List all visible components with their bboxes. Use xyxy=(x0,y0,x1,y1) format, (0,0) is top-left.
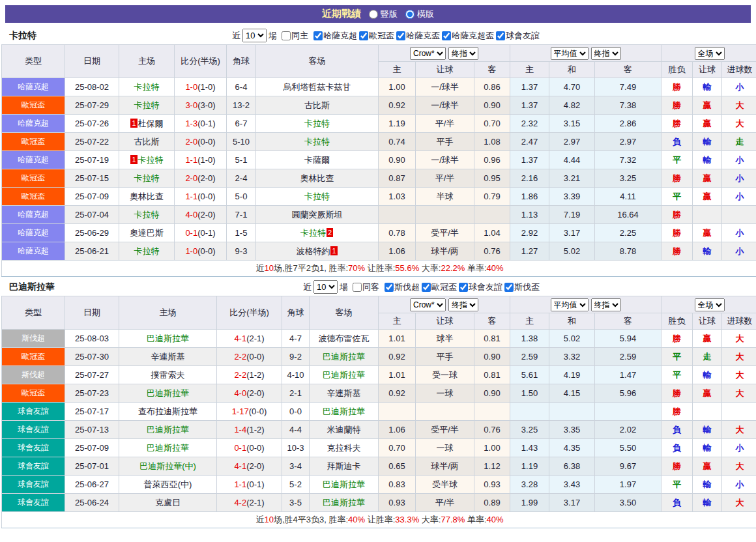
avg-draw-odds xyxy=(549,403,595,421)
league-checkbox[interactable] xyxy=(504,283,514,292)
odds-home: 1.01 xyxy=(379,330,416,348)
same-venue-filter[interactable]: 同客 xyxy=(353,281,379,293)
average-select[interactable]: 平均值 xyxy=(551,298,589,311)
odds-stage-select[interactable]: 终指 xyxy=(448,298,478,311)
league-checkbox[interactable] xyxy=(496,31,505,40)
same-venue-filter[interactable]: 同主 xyxy=(282,30,308,42)
page-title: 近期戰績 xyxy=(322,8,361,20)
odds-company-select[interactable]: Crow* xyxy=(410,298,446,311)
avg-home-odds: 2.16 xyxy=(510,169,549,188)
fulltime-score: 1-17 xyxy=(232,406,249,416)
avg-draw-odds: 3.43 xyxy=(549,476,595,494)
avg-home-odds: 1.19 xyxy=(510,457,549,476)
scope-select[interactable]: 全场 xyxy=(695,47,725,60)
halftime-score: (2-0) xyxy=(197,173,215,183)
away-team: 拜斯迪卡 xyxy=(310,457,379,476)
same-venue-checkbox[interactable] xyxy=(282,31,291,40)
same-venue-checkbox[interactable] xyxy=(353,283,362,292)
horizontal-radio[interactable] xyxy=(405,10,414,19)
average-select[interactable]: 平均值 xyxy=(551,47,589,60)
layout-radio-vertical[interactable]: 豎版 xyxy=(369,8,398,20)
league-filter-球會友誼[interactable]: 球會友誼 xyxy=(459,281,502,293)
table-row: 斯伐超25-07-27撲雷索夫2-2(1-2)4-10巴迪斯拉華1.01受一球0… xyxy=(2,366,756,384)
corner-score: 4-4 xyxy=(282,421,310,439)
fulltime-score: 3-0 xyxy=(185,100,197,110)
league-filter-哈薩克超盃[interactable]: 哈薩克超盃 xyxy=(442,30,494,42)
result-outcome: 勝 xyxy=(662,169,693,188)
match-date: 25-06-27 xyxy=(65,476,119,494)
fulltime-score: 1-1 xyxy=(234,479,246,489)
match-score: 1-0(0-0) xyxy=(175,242,227,261)
league-badge: 哈薩克超 xyxy=(2,224,65,242)
away-team-name: 烏利塔哲茲卡茲甘 xyxy=(284,82,351,92)
away-team-name: 波格特約 xyxy=(296,246,330,256)
halftime-score: (0-0) xyxy=(197,192,215,201)
home-team: 奧林比查 xyxy=(119,188,175,206)
column-header: 角球 xyxy=(282,296,310,330)
result-goals xyxy=(722,403,756,421)
away-team-name: 卡薩爾 xyxy=(304,155,330,165)
away-team: 克拉科夫 xyxy=(310,439,379,457)
away-team-name: 卡拉特 xyxy=(300,228,326,238)
avg-draw-odds: 2.97 xyxy=(549,133,595,151)
match-date: 25-08-02 xyxy=(65,78,119,96)
same-venue-label: 同客 xyxy=(362,281,379,293)
corner-score: 5-1 xyxy=(227,151,256,169)
home-team-name: 巴迪斯拉華(中) xyxy=(139,461,196,471)
games-count-select[interactable]: 10 xyxy=(242,29,267,42)
scope-select[interactable]: 全场 xyxy=(695,298,725,311)
league-filter-斯伐盃[interactable]: 斯伐盃 xyxy=(504,281,540,293)
table-row: 球會友誼25-07-09巴迪斯拉華0-1(0-0)10-3克拉科夫0.70一球1… xyxy=(2,439,756,457)
league-checkbox[interactable] xyxy=(359,31,368,40)
vertical-radio[interactable] xyxy=(369,10,378,19)
league-filter-歐冠盃[interactable]: 歐冠盃 xyxy=(422,281,457,293)
fulltime-score: 1-0 xyxy=(185,246,197,256)
league-filter-斯伐超[interactable]: 斯伐超 xyxy=(385,281,420,293)
league-checkbox[interactable] xyxy=(442,31,451,40)
league-filter-哈薩克超[interactable]: 哈薩克超 xyxy=(313,30,357,42)
odds-stage-select[interactable]: 终指 xyxy=(591,47,621,60)
away-team: 圓蘭突厥斯坦 xyxy=(256,206,379,224)
games-count-select[interactable]: 10 xyxy=(313,280,338,294)
summary-segment: 近 xyxy=(255,515,264,524)
away-team: 巴迪斯拉華 xyxy=(310,494,379,512)
league-badge: 歐冠盃 xyxy=(2,169,65,188)
table-row: 歐冠盃25-07-30辛連斯基2-2(0-0)9-2巴迪斯拉華0.92平手0.9… xyxy=(2,348,756,366)
halftime-score: (2-1) xyxy=(246,334,264,343)
result-handicap: 贏 xyxy=(693,457,722,476)
league-filter-球會友誼[interactable]: 球會友誼 xyxy=(496,30,540,42)
home-team-name: 巴迪斯拉華 xyxy=(147,388,189,398)
fulltime-score: 4-0 xyxy=(234,388,246,398)
avg-home-odds: 1.27 xyxy=(510,242,549,261)
avg-away-odds: 7.32 xyxy=(595,151,662,169)
table-header-row: 类型日期主场比分(半场)角球客场Crow*终指平均值终指全场 xyxy=(2,45,756,62)
summary-segment: 大率: xyxy=(419,263,441,273)
odds-company-select[interactable]: Crow* xyxy=(410,47,446,60)
match-score: 1-3(0-1) xyxy=(175,115,227,133)
league-filter-歐冠盃[interactable]: 歐冠盃 xyxy=(359,30,394,42)
layout-radio-horizontal[interactable]: 橫版 xyxy=(405,8,434,20)
odds-stage-select[interactable]: 终指 xyxy=(448,47,478,60)
odds-stage-select[interactable]: 终指 xyxy=(591,298,621,311)
league-checkbox[interactable] xyxy=(313,31,323,40)
home-team-name: 巴迪斯拉華 xyxy=(147,443,189,453)
match-score: 1-0(1-0) xyxy=(175,78,227,96)
league-checkbox[interactable] xyxy=(385,283,394,292)
result-handicap: 輸 xyxy=(693,494,722,512)
league-filters: 哈薩克超歐冠盃哈薩克盃哈薩克超盃球會友誼 xyxy=(312,30,540,42)
league-checkbox[interactable] xyxy=(396,31,405,40)
avg-home-odds: 1.37 xyxy=(510,78,549,96)
league-checkbox[interactable] xyxy=(422,283,431,292)
column-subheader: 让球 xyxy=(693,313,722,330)
odds-away: 0.70 xyxy=(474,115,510,133)
result-outcome: 勝 xyxy=(662,242,693,261)
league-filter-哈薩克盃[interactable]: 哈薩克盃 xyxy=(396,30,440,42)
handicap-line xyxy=(416,206,474,224)
away-team: 卡薩爾 xyxy=(256,151,379,169)
away-team: 古比斯 xyxy=(256,96,379,115)
league-filter-label: 斯伐超 xyxy=(394,281,420,293)
league-checkbox[interactable] xyxy=(459,283,468,292)
away-team-name: 巴迪斯拉華 xyxy=(323,370,365,380)
home-team: 卡拉特 xyxy=(119,169,175,188)
away-team: 巴迪斯拉華 xyxy=(310,403,379,421)
